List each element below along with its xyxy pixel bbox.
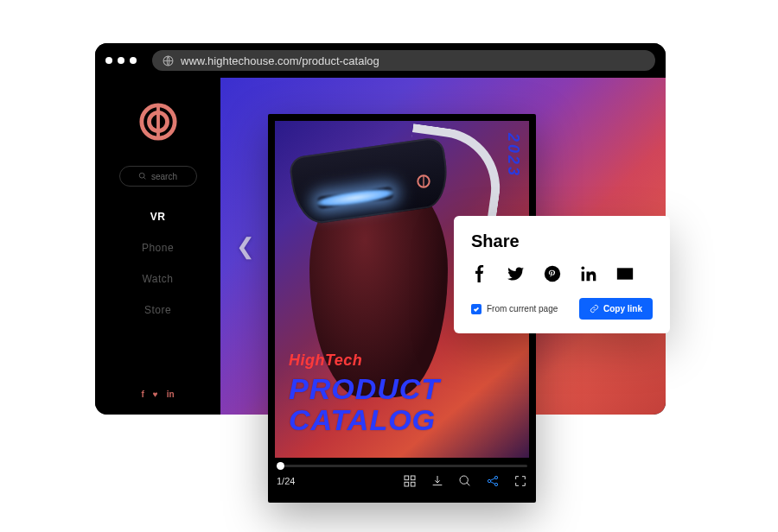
- search-placeholder: search: [151, 172, 177, 181]
- checkbox-label: From current page: [487, 304, 558, 314]
- facebook-icon[interactable]: f: [141, 390, 143, 399]
- email-icon[interactable]: [616, 265, 634, 282]
- prev-arrow[interactable]: ❮: [236, 233, 255, 260]
- sidebar: search VR Phone Watch Store f ♥ in: [95, 78, 220, 415]
- linkedin-icon[interactable]: [580, 265, 597, 282]
- sidebar-item-vr[interactable]: VR: [150, 211, 166, 223]
- search-icon: [138, 172, 147, 180]
- browser-titlebar: www.hightechouse.com/product-catalog: [95, 43, 666, 78]
- copy-link-label: Copy link: [603, 304, 642, 314]
- brand-logo-small: [417, 174, 430, 188]
- svg-rect-7: [405, 476, 409, 480]
- catalog-year: 2023: [504, 133, 522, 178]
- svg-point-12: [488, 479, 490, 482]
- svg-point-14: [494, 483, 497, 485]
- share-heading: Share: [471, 231, 653, 251]
- fullscreen-icon[interactable]: [513, 474, 527, 488]
- search-icon[interactable]: [458, 474, 472, 488]
- svg-point-11: [460, 476, 468, 484]
- window-dot[interactable]: [105, 57, 112, 64]
- twitter-icon[interactable]: [507, 265, 525, 282]
- svg-point-4: [139, 173, 144, 178]
- svg-point-13: [494, 476, 497, 478]
- svg-rect-8: [411, 476, 415, 480]
- svg-point-15: [545, 266, 560, 282]
- sidebar-item-phone[interactable]: Phone: [142, 242, 174, 254]
- window-dot[interactable]: [130, 57, 137, 64]
- window-dot[interactable]: [118, 57, 124, 64]
- svg-rect-3: [156, 105, 160, 138]
- svg-rect-6: [423, 175, 424, 187]
- thumbnails-icon[interactable]: [403, 474, 417, 488]
- from-current-page-checkbox[interactable]: From current page: [471, 304, 558, 314]
- svg-rect-9: [405, 482, 409, 486]
- url-bar[interactable]: www.hightechouse.com/product-catalog: [152, 50, 655, 71]
- pinterest-icon[interactable]: [544, 265, 561, 282]
- window-controls[interactable]: [105, 57, 137, 64]
- svg-point-17: [582, 267, 585, 270]
- sidebar-item-watch[interactable]: Watch: [142, 273, 173, 285]
- share-icon-row: [471, 265, 653, 282]
- facebook-icon[interactable]: [471, 265, 488, 282]
- progress-bar[interactable]: [277, 465, 527, 467]
- link-icon: [590, 304, 599, 314]
- twitter-icon[interactable]: ♥: [153, 390, 158, 399]
- globe-icon: [163, 55, 174, 66]
- download-icon[interactable]: [430, 474, 444, 488]
- catalog-title-line1: PRODUCT: [289, 372, 440, 406]
- sidebar-social-row: f ♥ in: [141, 390, 174, 399]
- viewer-toolbar: 1/24: [268, 465, 536, 503]
- checkbox-icon: [471, 304, 481, 314]
- share-popover: Share From current page Copy link: [454, 216, 670, 333]
- search-input[interactable]: search: [119, 166, 197, 187]
- svg-rect-10: [411, 482, 415, 486]
- page-indicator: 1/24: [277, 476, 295, 486]
- brand-logo: [138, 102, 178, 142]
- catalog-title-line2: CATALOG: [289, 403, 436, 437]
- copy-link-button[interactable]: Copy link: [579, 298, 653, 320]
- url-text: www.hightechouse.com/product-catalog: [181, 54, 379, 67]
- linkedin-icon[interactable]: in: [167, 390, 175, 399]
- svg-rect-16: [582, 272, 584, 282]
- share-icon[interactable]: [486, 474, 500, 488]
- sidebar-nav: VR Phone Watch Store: [142, 211, 174, 316]
- brand-wordmark: HighTech: [289, 352, 362, 370]
- sidebar-item-store[interactable]: Store: [144, 304, 171, 316]
